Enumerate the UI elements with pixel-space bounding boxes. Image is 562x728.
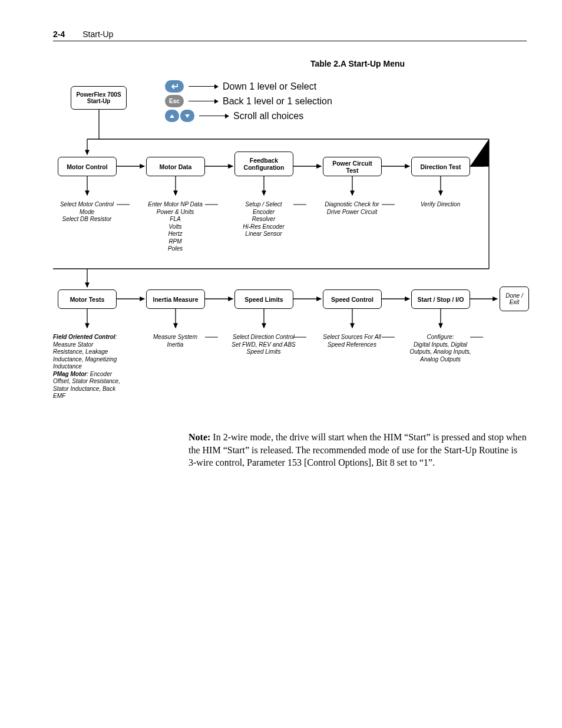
- node-direction-test: Direction Test: [411, 157, 470, 176]
- key-legend: Down 1 level or Select Esc Back 1 level …: [165, 80, 332, 124]
- flowchart-connectors: [53, 80, 527, 422]
- table-title: Table 2.A Start-Up Menu: [53, 59, 527, 68]
- node-start: PowerFlex 700S Start-Up: [71, 86, 127, 110]
- arrow-icon: [189, 101, 218, 101]
- up-key-icon: [165, 110, 179, 122]
- note-text: In 2-wire mode, the drive will start whe…: [189, 432, 527, 467]
- desc-inertia: Measure System Inertia: [144, 334, 206, 348]
- down-key-icon: [180, 110, 194, 122]
- node-feedback-config: Feedback Configuration: [234, 151, 293, 176]
- node-power-circuit-test: Power Circuit Test: [323, 157, 382, 176]
- legend-scroll-text: Scroll all choices: [233, 111, 303, 121]
- arrow-icon: [199, 116, 229, 116]
- legend-enter-text: Down 1 level or Select: [223, 81, 316, 92]
- legend-esc-text: Back 1 level or 1 selection: [223, 96, 332, 107]
- desc-start-stop-io: Configure: Digital Inputs, Digital Outpu…: [404, 334, 477, 363]
- esc-key-icon: Esc: [165, 95, 184, 107]
- arrow-icon: [189, 86, 218, 87]
- node-motor-tests: Motor Tests: [58, 289, 117, 309]
- node-start-stop-io: Start / Stop / I/O: [411, 289, 470, 309]
- desc-motor-control: Select Motor Control Mode Select DB Resi…: [53, 201, 121, 223]
- page-header: 2-4 Start-Up: [53, 29, 527, 41]
- desc-motor-tests: Field Oriented Control: Measure Stator R…: [53, 334, 123, 400]
- desc-speed-limits: Select Direction Control Set FWD, REV an…: [227, 334, 300, 356]
- node-motor-control: Motor Control: [58, 157, 117, 176]
- desc-direction: Verify Direction: [409, 201, 471, 209]
- desc-power-circuit: Diagnostic Check for Drive Power Circuit: [321, 201, 383, 216]
- node-motor-data: Motor Data: [146, 157, 205, 176]
- node-done-exit: Done / Exit: [500, 286, 529, 311]
- desc-feedback: Setup / Select Encoder Resolver Hi-Res E…: [233, 201, 295, 238]
- node-inertia-measure: Inertia Measure: [146, 289, 205, 309]
- node-speed-control: Speed Control: [323, 289, 382, 309]
- desc-speed-control: Select Sources For All Speed References: [318, 334, 386, 348]
- page-title: Start-Up: [82, 29, 113, 39]
- page-number: 2-4: [53, 29, 65, 39]
- node-speed-limits: Speed Limits: [234, 289, 293, 309]
- enter-key-icon: [165, 80, 184, 93]
- startup-diagram: Down 1 level or Select Esc Back 1 level …: [53, 80, 527, 422]
- desc-motor-data: Enter Motor NP Data Power & Units FLA Vo…: [144, 201, 206, 253]
- note-label: Note:: [189, 432, 210, 442]
- note-block: Note: In 2-wire mode, the drive will sta…: [189, 431, 527, 469]
